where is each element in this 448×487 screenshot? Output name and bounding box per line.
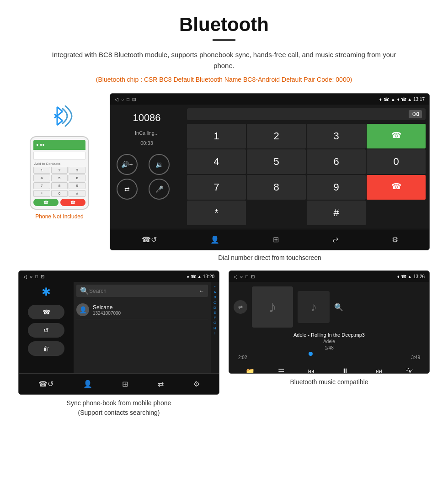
phone-mockup: ● ●● Add to Contacts 123 456 789 *0# ☎ ☎ <box>30 136 89 210</box>
key-4[interactable]: 4 <box>187 149 246 174</box>
nav-transfer-icon[interactable]: ⇄ <box>332 235 338 244</box>
prev-icon[interactable]: ⏮ <box>308 367 315 374</box>
dialer-content: 10086 InCalling... 00:33 🔊+ 🔉 ⇄ 🎤 <box>110 105 429 229</box>
music-caption: Bluetooth music compatible <box>229 377 430 387</box>
call-status: InCalling... <box>135 130 159 136</box>
music-info: Adele - Rolling In the Deep.mp3 Adele 1/… <box>234 332 425 353</box>
screenshot-icon: ⊡ <box>132 97 136 102</box>
contacts-nav-4[interactable]: ⇄ <box>158 380 164 388</box>
alpha-star: * <box>214 285 215 290</box>
nav-contacts-icon[interactable]: 👤 <box>210 235 219 244</box>
key-end[interactable]: ☎ <box>367 175 426 200</box>
phone-pill[interactable]: ☎ <box>28 305 64 319</box>
dialer-left: 10086 InCalling... 00:33 🔊+ 🔉 ⇄ 🎤 <box>110 105 183 229</box>
music-time-row: 2:02 3:49 <box>234 355 425 360</box>
nav-keypad-icon[interactable]: ⊞ <box>273 235 279 244</box>
contacts-time: ♦ ☎ ▲ 13:20 <box>187 274 214 279</box>
playlist-icon[interactable]: ☰ <box>278 367 284 374</box>
contacts-status-right: ♦ ☎ ▲ 13:20 <box>187 274 214 279</box>
search-icon: 🔍 <box>80 286 89 295</box>
contacts-bottom-nav: ☎↺ 👤 ⊞ ⇄ ⚙ <box>19 373 219 394</box>
volume-down-btn[interactable]: 🔉 <box>149 154 170 175</box>
main-description: Integrated with BC8 Bluetooth module, su… <box>18 49 430 71</box>
volume-up-btn[interactable]: 🔊+ <box>117 154 138 175</box>
alpha-e: E <box>213 310 216 315</box>
key-1[interactable]: 1 <box>187 124 246 148</box>
backspace-btn[interactable]: ⌫ <box>409 110 422 118</box>
key-0[interactable]: 0 <box>367 149 426 174</box>
contact-name: Seicane <box>93 304 121 311</box>
contacts-sidebar: ✱ ☎ ↺ 🗑 <box>19 282 74 373</box>
key-call[interactable]: ☎ <box>367 124 426 148</box>
album-art-small: ♪ <box>298 291 330 323</box>
page-title: Bluetooth <box>18 14 430 36</box>
alpha-i: I <box>214 331 215 336</box>
alpha-h: H <box>213 326 216 331</box>
contacts-nav-1[interactable]: ☎↺ <box>38 380 53 388</box>
bluetooth-chip-info: (Bluetooth chip : CSR BC8 Default Blueto… <box>18 76 430 83</box>
home-icon: ○ <box>121 97 124 102</box>
music-search-icon[interactable]: 🔍 <box>334 303 343 312</box>
music-note-icon-sm: ♪ <box>310 300 317 314</box>
dialer-input-row: ⌫ <box>187 108 426 120</box>
contacts-nav-5[interactable]: ⚙ <box>193 380 200 388</box>
nav-phone-icon[interactable]: ☎↺ <box>142 235 157 244</box>
folder-icon[interactable]: 📁 <box>245 367 255 374</box>
refresh-pill[interactable]: ↺ <box>28 323 64 338</box>
key-9[interactable]: 9 <box>307 175 366 200</box>
equalizer-icon[interactable]: ⏧ <box>406 367 413 374</box>
music-controls: 📁 ☰ ⏮ ⏸ ⏭ ⏧ <box>234 363 425 374</box>
alpha-d: D <box>213 305 216 310</box>
contacts-caption: Sync phone-book from mobile phone (Suppo… <box>18 398 219 418</box>
time-total: 3:49 <box>411 355 420 360</box>
mute-btn[interactable]: 🎤 <box>149 179 170 200</box>
home-icon-2: ○ <box>30 274 32 279</box>
alpha-f: F <box>214 315 216 320</box>
contacts-nav-3[interactable]: ⊞ <box>122 380 128 388</box>
status-icons-right: ♦ ☎ ▲ ♦ ☎ ▲ 13:17 <box>379 97 425 102</box>
contacts-nav-2[interactable]: 👤 <box>83 380 92 388</box>
shuffle-icon[interactable]: ⇌ <box>234 300 247 314</box>
next-icon[interactable]: ⏭ <box>375 367 383 374</box>
dialer-caption: Dial number direct from touchscreen <box>110 254 430 261</box>
key-star[interactable]: * <box>187 201 246 225</box>
song-title: Adele - Rolling In the Deep.mp3 <box>234 332 425 338</box>
svg-line-3 <box>57 121 63 125</box>
dialer-screen: ◁ ○ □ ⊡ ♦ ☎ ▲ ♦ ☎ ▲ 13:17 <box>110 93 430 250</box>
key-hash[interactable]: # <box>307 201 366 225</box>
dialer-right: ⌫ 1 2 3 ☎ 4 5 6 0 7 8 <box>183 105 429 229</box>
call-icon: ☎ <box>384 97 389 102</box>
music-note-icon: ♪ <box>268 297 277 317</box>
album-art-main: ♪ <box>252 286 293 328</box>
time-current: 2:02 <box>238 355 247 360</box>
key-2[interactable]: 2 <box>247 124 306 148</box>
music-album-area: ⇌ ♪ ♪ 🔍 <box>234 286 425 328</box>
title-divider <box>213 39 235 41</box>
time-display: ♦ ☎ ▲ 13:17 <box>397 97 425 102</box>
transfer-btn[interactable]: ⇄ <box>117 179 138 200</box>
back-icon-2: ◁ <box>23 274 27 279</box>
recent-icon-2: □ <box>35 274 38 279</box>
key-7[interactable]: 7 <box>187 175 246 200</box>
contact-item: 👤 Seicane 13241007000 <box>76 301 208 319</box>
music-screen: ◁ ○ □ ⊡ ♦ ☎ ▲ 13:26 ⇌ <box>229 270 430 374</box>
music-screen-item: ◁ ○ □ ⊡ ♦ ☎ ▲ 13:26 ⇌ <box>229 270 430 418</box>
key-8[interactable]: 8 <box>247 175 306 200</box>
contacts-search-bar[interactable]: 🔍 ← <box>76 285 208 297</box>
nav-settings-icon[interactable]: ⚙ <box>392 235 398 244</box>
gps-icon: ♦ <box>379 97 382 102</box>
contacts-search-input[interactable] <box>89 288 199 294</box>
main-screen-section: ● ●● Add to Contacts 123 456 789 *0# ☎ ☎… <box>18 93 430 261</box>
music-time: ♦ ☎ ▲ 13:26 <box>397 274 425 279</box>
key-6[interactable]: 6 <box>307 149 366 174</box>
recent-icon: □ <box>127 97 129 102</box>
bottom-screens: ◁ ○ □ ⊡ ♦ ☎ ▲ 13:20 ✱ ☎ ↺ <box>18 270 430 418</box>
delete-pill[interactable]: 🗑 <box>28 341 64 356</box>
dialer-controls: 🔊+ 🔉 ⇄ 🎤 <box>117 154 177 200</box>
key-5[interactable]: 5 <box>247 149 306 174</box>
song-artist: Adele <box>234 339 425 344</box>
music-body: ⇌ ♪ ♪ 🔍 Adele - Rolling <box>229 282 429 373</box>
key-3[interactable]: 3 <box>307 124 366 148</box>
play-pause-icon[interactable]: ⏸ <box>338 365 352 374</box>
music-status-right: ♦ ☎ ▲ 13:26 <box>397 274 425 279</box>
